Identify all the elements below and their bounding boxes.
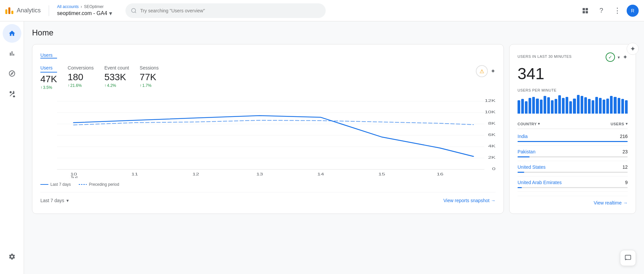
bar [521, 99, 524, 114]
apps-button[interactable] [579, 4, 592, 17]
status-check-icon[interactable]: ✓ [606, 52, 615, 62]
metric-change-users: ↑ 3.5% [40, 85, 57, 90]
card-bottom: Last 7 days ▾ View reports snapshot → [40, 192, 496, 203]
realtime-count: 341 [518, 64, 628, 83]
search-bar[interactable] [125, 3, 326, 18]
users-per-min-label: USERS PER MINUTE [518, 88, 628, 92]
chat-icon [624, 254, 632, 262]
metric-icons: ⚠ ✦ [476, 65, 496, 77]
bar [551, 100, 554, 114]
bar [540, 100, 543, 114]
col-country-header[interactable]: COUNTRY ▾ [518, 122, 540, 126]
country-table: India 216 Pakistan 23 United States 12 [518, 130, 628, 192]
more-options-button[interactable]: ⋮ [611, 4, 624, 17]
content: Home Users Users 47K ↑ 3.5% [24, 21, 644, 274]
svg-text:0: 0 [492, 167, 496, 171]
view-realtime-link[interactable]: View realtime → [594, 200, 628, 206]
bar [595, 97, 598, 114]
legend-solid-line [40, 184, 48, 185]
chart-legend: Last 7 days Preceding period [40, 182, 496, 187]
bar [625, 100, 628, 114]
bar [592, 100, 594, 114]
sparkle-icon[interactable]: ✦ [491, 67, 496, 75]
sidebar-item-advertising[interactable] [3, 84, 21, 103]
realtime-actions: ✓ ▾ ✦ [606, 52, 628, 62]
svg-text:12: 12 [193, 172, 199, 176]
metric-event-count[interactable]: Event count 533K ↑ 4.2% [104, 65, 129, 88]
view-reports-link[interactable]: View reports snapshot → [443, 198, 496, 203]
country-users: 23 [622, 149, 628, 154]
sidebar-bottom [3, 247, 21, 266]
country-users: 216 [620, 134, 628, 139]
svg-text:14: 14 [317, 172, 324, 176]
sparkle-icon-2[interactable]: ✦ [623, 53, 628, 61]
col-users-label: USERS [611, 122, 624, 126]
account-selector[interactable]: seoptimer.com - GA4 ▾ [57, 10, 112, 17]
metric-users[interactable]: Users 47K ↑ 3.5% [40, 65, 57, 90]
table-row: United Arab Emirates 9 [518, 176, 628, 192]
country-name[interactable]: United States [518, 164, 546, 170]
sparkle-icon-top[interactable]: ✦ [627, 43, 639, 55]
table-header: COUNTRY ▾ USERS ▾ [518, 119, 628, 129]
legend-dashed-line [79, 183, 87, 185]
sidebar-item-explore[interactable] [3, 64, 21, 83]
svg-point-0 [132, 8, 136, 12]
bar [536, 99, 539, 114]
bar [529, 98, 531, 114]
status-dropdown[interactable]: ▾ [618, 55, 620, 60]
breadcrumb-current: SEOptimer [84, 4, 104, 9]
period-label: Last 7 days [40, 198, 64, 203]
metric-value-event-count: 533K [104, 72, 129, 83]
svg-text:16: 16 [436, 172, 443, 176]
main-layout: Home Users Users 47K ↑ 3.5% [0, 0, 644, 274]
bar [610, 96, 613, 114]
svg-text:11: 11 [131, 172, 138, 176]
bar [621, 99, 624, 114]
metric-change-event-count: ↑ 4.2% [104, 83, 129, 88]
country-bar [518, 187, 522, 188]
breadcrumb-all[interactable]: All accounts [57, 4, 79, 9]
country-name[interactable]: Pakistan [518, 149, 536, 154]
chevron-down-icon-5: ▾ [626, 122, 628, 126]
country-bar [518, 172, 524, 173]
svg-text:8K: 8K [488, 121, 496, 125]
tab-users[interactable]: Users [40, 52, 53, 58]
main-chart-card: Users Users 47K ↑ 3.5% Conversions 180 [32, 44, 504, 214]
realtime-card: USERS IN LAST 30 MINUTES ✓ ▾ ✦ 341 USERS… [509, 44, 636, 214]
period-selector[interactable]: Last 7 days ▾ [40, 198, 69, 203]
country-bar-container [518, 187, 628, 188]
search-input[interactable] [140, 8, 320, 13]
grid-icon [583, 8, 588, 13]
bar [588, 99, 591, 114]
help-button[interactable]: ? [595, 4, 608, 17]
country-bar [518, 141, 628, 142]
app-name: Analytics [17, 7, 41, 14]
sidebar [0, 21, 24, 274]
table-row: United States 12 [518, 161, 628, 176]
sidebar-item-home[interactable] [3, 24, 21, 43]
chevron-down-icon-2: ▾ [66, 198, 69, 203]
svg-line-1 [135, 12, 136, 13]
warning-icon[interactable]: ⚠ [476, 65, 488, 77]
country-name[interactable]: United Arab Emirates [518, 180, 562, 185]
col-users-header[interactable]: USERS ▾ [611, 122, 628, 126]
country-bar-container [518, 156, 628, 157]
chart-area: 12K 10K 8K 6K 4K 2K 0 [40, 98, 496, 178]
svg-text:2K: 2K [488, 155, 496, 159]
view-reports-label: View reports snapshot [443, 198, 490, 203]
svg-text:13: 13 [256, 172, 263, 176]
svg-text:15: 15 [378, 172, 385, 176]
svg-text:Jul: Jul [70, 175, 77, 178]
view-realtime-label: View realtime [594, 200, 622, 206]
country-name[interactable]: India [518, 134, 528, 139]
topbar: Analytics All accounts › SEOptimer seopt… [0, 0, 644, 21]
metric-sessions[interactable]: Sessions 77K ↑ 1.7% [140, 65, 159, 88]
metric-conversions[interactable]: Conversions 180 ↑ 21.6% [68, 65, 94, 88]
avatar[interactable]: R [627, 5, 639, 17]
chat-button[interactable] [620, 250, 636, 266]
explore-icon [8, 70, 16, 77]
sidebar-item-settings[interactable] [3, 247, 21, 266]
realtime-title: USERS IN LAST 30 MINUTES [518, 54, 572, 58]
topbar-actions: ? ⋮ R [579, 4, 639, 17]
sidebar-item-reports[interactable] [3, 44, 21, 63]
